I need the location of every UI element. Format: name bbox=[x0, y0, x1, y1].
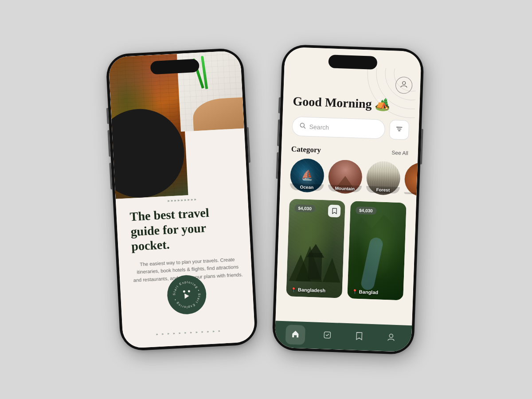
chevron-row-bottom: » » » » » » » » » » » » bbox=[122, 324, 255, 341]
card1-location-text: Bangladesh bbox=[298, 287, 326, 293]
svg-line-7 bbox=[304, 127, 305, 129]
cta-inner: Start Exploring • Start Exploring • bbox=[183, 290, 191, 300]
profile-nav-icon bbox=[387, 332, 396, 344]
phone1-side-button-vol-down bbox=[109, 163, 112, 189]
category-item-mountain[interactable]: Mountain bbox=[328, 159, 363, 194]
destination-card-2[interactable]: $4,030 📍 Banglad bbox=[347, 201, 407, 300]
svg-point-5 bbox=[403, 82, 406, 85]
location-pin-icon: 📍 bbox=[291, 287, 296, 292]
svg-text:Start Exploring • Start Explor: Start Exploring • Start Exploring • bbox=[172, 280, 202, 309]
forest-label: Forest bbox=[366, 186, 400, 194]
hand-drawing bbox=[192, 97, 244, 131]
start-exploring-button[interactable]: Start Exploring • Start Exploring • bbox=[166, 274, 207, 315]
nav-profile[interactable] bbox=[381, 328, 401, 348]
category-label: Category bbox=[291, 145, 321, 154]
bottom-navigation bbox=[274, 321, 412, 352]
destination-card-1[interactable]: $4,030 📍 Bangladesh bbox=[286, 199, 345, 298]
card2-background bbox=[347, 201, 407, 300]
see-all-link[interactable]: See All bbox=[391, 149, 408, 156]
bottom-chevron-symbol: » » » » » » » » » » » » bbox=[156, 329, 222, 336]
search-placeholder-text: Search bbox=[309, 123, 329, 131]
phone2-side-button-vol-up bbox=[277, 119, 280, 146]
phone1-dynamic-island bbox=[150, 59, 200, 75]
category-item-extra[interactable] bbox=[404, 162, 418, 196]
phone1-side-button-top bbox=[106, 108, 109, 124]
card1-save-button[interactable] bbox=[328, 204, 341, 217]
search-bar[interactable]: Search bbox=[292, 117, 385, 139]
card2-location-text: Banglad bbox=[359, 289, 379, 295]
card1-price: $4,030 bbox=[294, 204, 315, 213]
nav-tasks[interactable] bbox=[317, 326, 337, 346]
phone1-text-area: The best travel guide for your pocket. T… bbox=[116, 203, 252, 285]
phone2-screen: Good Morning 🏕️ Search bbox=[274, 47, 421, 352]
ocean-label: Ocean bbox=[290, 183, 324, 191]
destination-cards: $4,030 📍 Bangladesh bbox=[275, 192, 416, 326]
category-row: Ocean Mountain Forest bbox=[280, 158, 418, 196]
phone2-side-button-top bbox=[278, 97, 281, 113]
nav-saved[interactable] bbox=[349, 327, 369, 347]
category-item-forest[interactable]: Forest bbox=[366, 160, 401, 196]
phone2-dynamic-island bbox=[328, 55, 377, 70]
phone1-headline: The best travel guide for your pocket. bbox=[129, 203, 242, 254]
filter-button[interactable] bbox=[389, 120, 410, 140]
search-area: Search bbox=[282, 108, 419, 141]
nav-home[interactable] bbox=[286, 325, 306, 345]
chevron-symbol: » » » » » » » » » bbox=[167, 196, 196, 203]
cta-curved-text: Start Exploring • Start Exploring • bbox=[168, 276, 205, 313]
phone-1: » » » » » » » » » The best travel guide … bbox=[106, 47, 258, 351]
profile-icon bbox=[400, 80, 408, 90]
pagoda-silhouette bbox=[301, 243, 329, 280]
phone2-side-button-vol-down bbox=[276, 152, 279, 179]
phone2-side-button-right bbox=[420, 129, 423, 164]
card2-location: 📍 Banglad bbox=[352, 289, 379, 295]
mountain-label: Mountain bbox=[328, 184, 362, 192]
svg-point-12 bbox=[389, 334, 393, 337]
bookmark-icon bbox=[355, 331, 364, 343]
search-icon bbox=[299, 122, 306, 130]
phone-2: Good Morning 🏕️ Search bbox=[272, 44, 424, 355]
phone1-side-button-right bbox=[247, 127, 250, 163]
phone1-screen: » » » » » » » » » The best travel guide … bbox=[108, 51, 255, 349]
category-item-ocean[interactable]: Ocean bbox=[290, 158, 325, 193]
tasks-icon bbox=[323, 330, 332, 342]
card2-price: $4,030 bbox=[356, 207, 376, 215]
extra-image bbox=[404, 162, 418, 196]
phone1-side-button-vol-up bbox=[108, 130, 111, 156]
home-icon bbox=[291, 329, 300, 340]
filter-icon bbox=[395, 126, 403, 134]
location-pin-icon-2: 📍 bbox=[352, 289, 357, 294]
